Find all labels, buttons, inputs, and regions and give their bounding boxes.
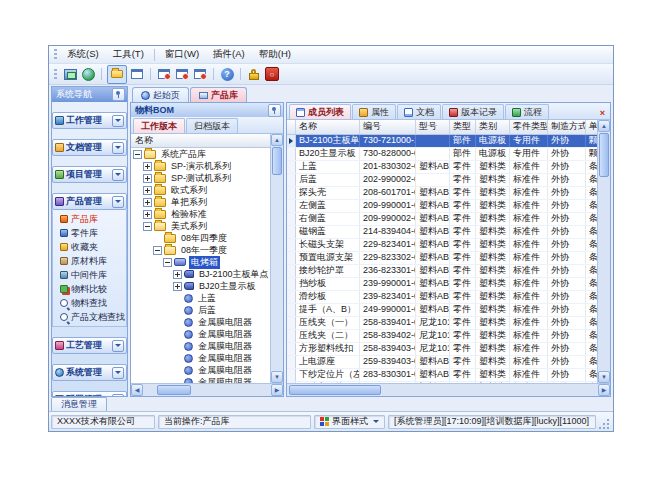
collapse-icon[interactable] [153, 246, 162, 255]
table-row[interactable]: BJ20主显示板730-828000-04I部件电源板专用件外协颗 [287, 148, 597, 161]
table-row[interactable]: BJ-2100主板单点730-721000-12I部件电源板专用件外协颗 [287, 135, 597, 148]
sidebar-item-中间件库[interactable]: 中间件库 [53, 268, 126, 282]
collapse-icon[interactable] [163, 258, 172, 267]
nav-group-button-配置管理[interactable]: 配置管理 [52, 391, 127, 396]
tree-node-BJ-2100主板单点[interactable]: BJ-2100主板单点 [131, 268, 270, 280]
scrollbar-thumb[interactable] [599, 133, 609, 177]
tree-node-金属膜电阻器[interactable]: 金属膜电阻器 [131, 328, 270, 340]
table-row[interactable]: 压线夹（一）258-839401-00I尼龙1010零件塑料类标准件外协条 [287, 317, 597, 330]
tree-node-后盖[interactable]: 后盖 [131, 304, 270, 316]
tree-node-金属膜电阻器[interactable]: 金属膜电阻器 [131, 316, 270, 328]
detail-tab-版本记录[interactable]: 版本记录 [442, 104, 504, 119]
tree-vertical-scrollbar[interactable]: ▲ ▼ [270, 134, 283, 383]
nav-group-button-文档管理[interactable]: 文档管理 [52, 139, 127, 156]
tree-node-电烤箱[interactable]: 电烤箱 [131, 256, 270, 268]
table-row[interactable]: 磁钢盖214-839404-01I塑料ABS零件塑料类标准件外协条 [287, 226, 597, 239]
tree-node-检验标准[interactable]: 检验标准 [131, 208, 270, 220]
tree-node-08年四季度[interactable]: 08年四季度 [131, 232, 270, 244]
interface-style-button[interactable]: 界面样式 [314, 415, 385, 429]
expand-icon[interactable] [173, 282, 182, 291]
table-row[interactable]: 滑纱板239-823401-00I塑料ABS零件塑料类标准件外协条 [287, 291, 597, 304]
table-row[interactable]: 上盖201-830302-00I塑料ABS零件塑料类标准件外协条 [287, 161, 597, 174]
menu-item-2[interactable]: 工具(T) [106, 47, 151, 62]
tree-node-上盖[interactable]: 上盖 [131, 292, 270, 304]
globe-icon[interactable] [80, 66, 96, 82]
message-manage-tab[interactable]: 消息管理 [51, 397, 107, 411]
resize-grip[interactable] [599, 419, 611, 431]
tree-column-header[interactable]: 名称 [131, 134, 270, 148]
table-row[interactable]: 左侧盖209-990001-01I塑料ABS零件塑料类标准件外协条 [287, 200, 597, 213]
window-close-doc-icon[interactable] [156, 66, 172, 82]
tree-node-欧式系列[interactable]: 欧式系列 [131, 184, 270, 196]
help-icon[interactable]: ? [219, 66, 235, 82]
menu-drag-grip[interactable] [54, 49, 57, 60]
table-row[interactable]: 长磁头支架229-823401-00I塑料ABS零件塑料类标准件外协条 [287, 239, 597, 252]
column-header-制造方式[interactable]: 制造方式 [548, 120, 586, 134]
chevron-down-icon[interactable] [112, 367, 124, 379]
chevron-down-icon[interactable] [112, 394, 124, 397]
menu-item-4[interactable]: 插件(A) [206, 47, 252, 62]
table-row[interactable]: 压线夹（二）258-839402-00I尼龙1010零件塑料类标准件外协条 [287, 330, 597, 343]
detail-tab-属性[interactable]: 属性 [352, 104, 396, 119]
tree-node-单把系列[interactable]: 单把系列 [131, 196, 270, 208]
column-header-类别[interactable]: 类别 [476, 120, 510, 134]
lock-icon[interactable] [246, 66, 262, 82]
doc-tab-起始页[interactable]: 起始页 [132, 87, 189, 102]
table-row[interactable]: 探头壳208-601701-01I塑料ABS零件塑料类标准件外协条 [287, 187, 597, 200]
column-header-零件类型[interactable]: 零件类型 [510, 120, 548, 134]
nav-group-button-工作管理[interactable]: 工作管理 [52, 112, 127, 129]
nav-group-button-工艺管理[interactable]: 工艺管理 [52, 337, 127, 354]
bom-tab-工作版本[interactable]: 工作版本 [133, 118, 185, 133]
scroll-right-icon[interactable]: ▶ [271, 384, 283, 396]
menu-item-5[interactable]: 帮助(H) [252, 47, 298, 62]
scroll-down-icon[interactable]: ▼ [271, 371, 283, 383]
expand-icon[interactable] [143, 186, 152, 195]
window-close-doc3-icon[interactable] [192, 66, 208, 82]
tree-node-金属膜电阻器[interactable]: 金属膜电阻器 [131, 364, 270, 376]
table-row[interactable]: 下纱定位片（左）283-830301-00I塑料ABS零件塑料类标准件外协条 [287, 369, 597, 382]
scrollbar-thumb[interactable] [272, 147, 282, 175]
sidebar-item-原材料库[interactable]: 原材料库 [53, 254, 126, 268]
table-row[interactable]: 右侧盖209-990002-01I塑料ABS零件塑料类标准件外协条 [287, 213, 597, 226]
scroll-right-icon[interactable]: ▶ [598, 384, 610, 396]
tree-node-08年一季度[interactable]: 08年一季度 [131, 244, 270, 256]
scroll-up-icon[interactable]: ▲ [598, 120, 610, 132]
pin-icon[interactable] [112, 88, 125, 101]
tree-node-SP-测试机系列[interactable]: SP-测试机系列 [131, 172, 270, 184]
bom-tab-归档版本[interactable]: 归档版本 [186, 118, 238, 133]
expand-icon[interactable] [143, 210, 152, 219]
sidebar-item-物料比较[interactable]: 物料比较 [53, 282, 126, 296]
table-row[interactable]: 预置电源支架229-823302-00I塑料ABS零件塑料类标准件外协条 [287, 252, 597, 265]
scrollbar-thumb[interactable] [289, 385, 381, 395]
table-vertical-scrollbar[interactable]: ▲ ▼ [597, 120, 610, 383]
library-folder-icon[interactable] [107, 65, 127, 84]
sidebar-item-物料查找[interactable]: 物料查找 [53, 296, 126, 310]
sidebar-item-产品文档查找[interactable]: 产品文档查找 [53, 310, 126, 324]
table-row[interactable]: 方形塑料线扣258-839403-00I尼龙1010零件塑料类标准件外协条 [287, 343, 597, 356]
window-close-doc2-icon[interactable] [174, 66, 190, 82]
doc-tab-产品库[interactable]: 产品库 [190, 87, 247, 102]
pin-icon[interactable] [268, 104, 281, 117]
scroll-up-icon[interactable]: ▲ [271, 134, 283, 146]
monitor-icon[interactable] [62, 66, 78, 82]
detail-tab-文档[interactable]: 文档 [397, 104, 441, 119]
detail-tab-流程[interactable]: 流程 [505, 104, 549, 119]
sidebar-item-产品库[interactable]: 产品库 [53, 212, 126, 226]
column-header-单位[interactable]: 单位 [586, 120, 597, 134]
collapse-icon[interactable] [143, 222, 152, 231]
tree-horizontal-scrollbar[interactable]: ◀ ▶ [131, 383, 283, 396]
expand-icon[interactable] [173, 270, 182, 279]
tree-node-BJ20主显示板[interactable]: BJ20主显示板 [131, 280, 270, 292]
window-list-icon[interactable] [129, 66, 145, 82]
tree-node-系统产品库[interactable]: 系统产品库 [131, 148, 270, 160]
column-header-型号[interactable]: 型号 [416, 120, 450, 134]
chevron-down-icon[interactable] [112, 142, 124, 154]
table-row[interactable]: 提手（A、B）249-990001-01I塑料ABS零件塑料类标准件外协条 [287, 304, 597, 317]
nav-group-button-项目管理[interactable]: 项目管理 [52, 166, 127, 183]
scrollbar-thumb[interactable] [157, 385, 191, 395]
expand-icon[interactable] [143, 174, 152, 183]
menu-item-1[interactable]: 系统(S) [60, 47, 106, 62]
column-header-名称[interactable]: 名称 [296, 120, 360, 134]
table-horizontal-scrollbar[interactable]: ▶ [287, 383, 610, 396]
column-header-编号[interactable]: 编号 [360, 120, 416, 134]
